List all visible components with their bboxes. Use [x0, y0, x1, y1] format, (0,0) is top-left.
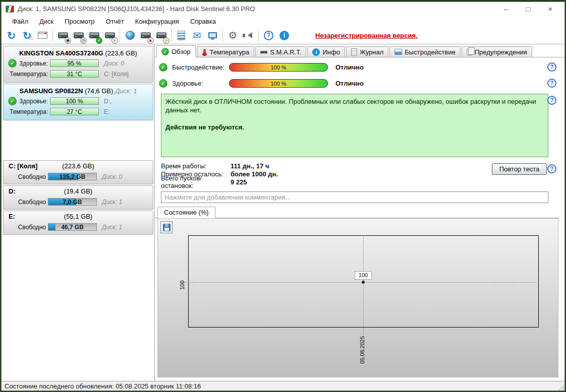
notes-icon[interactable] [174, 28, 189, 43]
report-window-icon[interactable] [35, 28, 50, 43]
sidebar-spacer [2, 121, 154, 160]
health-gauge-row: ✓ Здоровье: 100 % Отлично [159, 78, 364, 88]
chart-x-tick: 05.08.2025 [359, 336, 365, 364]
email-icon[interactable]: ✉ [189, 28, 205, 43]
summary-text: Жёсткий диск в ОТЛИЧНОМ состоянии. Пробл… [165, 97, 544, 114]
toolbar: ↻ ↻⚠ ◉ ◷ ✓ ⌕ ■ ⚡ ✉ ⚙ ? i Незарегистриров… [2, 27, 564, 44]
status-bar: Состояние последнего обновления: 05.08.2… [2, 381, 564, 390]
tab-info[interactable]: iИнфо [307, 46, 345, 57]
drive-name: KINGSTON SA400S37240G [19, 49, 103, 57]
drive-name: SAMSUNG SP0822N [20, 87, 83, 95]
close-button[interactable]: × [539, 5, 561, 13]
minimize-button[interactable]: – [495, 5, 517, 13]
floppy-icon [163, 224, 171, 231]
refresh-warning-icon[interactable]: ↻⚠ [19, 28, 35, 43]
disk-check-icon[interactable]: ✓ [86, 28, 102, 43]
tab-log[interactable]: Журнал [346, 46, 388, 57]
health-bar: 100 % [50, 97, 99, 105]
network-icon[interactable] [205, 28, 220, 43]
info-icon: i [312, 48, 320, 56]
smart-icon [260, 51, 267, 53]
free-label: Свободно [7, 224, 46, 231]
status-chart-tab[interactable]: Состояние (%) [157, 207, 215, 218]
chart-icon [394, 49, 402, 55]
tab-bar: ✓Обзор Температура S.M.A.R.T. iИнфо Журн… [155, 45, 564, 57]
tab-alerts[interactable]: Предупреждения [462, 46, 532, 57]
performance-gauge-bar: 100 % [229, 63, 328, 72]
app-icon [6, 6, 14, 13]
drive-letters: C: [Коля] [104, 71, 129, 78]
menu-disk[interactable]: Диск [34, 17, 59, 26]
drive-panel-samsung[interactable]: SAMSUNG SP0822N (74,6 GB) Диск: 1 ✓ Здор… [3, 84, 153, 120]
disk-number: Диск: 1 [102, 199, 122, 206]
free-label: Свободно [7, 199, 46, 206]
free-space-bar: 46,7 GB [48, 223, 97, 231]
start-stop-count-row: Всего пусков/остановок: 9 225 [161, 178, 247, 186]
info-icon[interactable]: i [276, 28, 292, 43]
settings-gear-icon[interactable]: ⚙ [225, 28, 241, 43]
help-icon[interactable]: ? [547, 79, 556, 88]
drive-letters: E: [104, 108, 109, 115]
help-icon[interactable]: ? [547, 96, 556, 105]
document-icon [351, 48, 357, 56]
comment-input[interactable] [161, 191, 548, 203]
disk-clock-icon[interactable]: ◷ [71, 28, 86, 43]
tab-smart[interactable]: S.M.A.R.T. [255, 46, 306, 57]
chart-data-point [362, 281, 365, 284]
help-icon[interactable]: ? [547, 62, 556, 72]
power-on-time-row: Время работы: 111 дн., 17 ч [161, 162, 269, 170]
save-chart-button[interactable] [160, 221, 173, 233]
toolbar-separator [222, 29, 223, 42]
menu-help[interactable]: Справка [185, 17, 221, 26]
unregistered-version-link[interactable]: Незарегистрированная версия. [315, 32, 418, 39]
partition-panel-e[interactable]: E: (55,1 GB) Свободно 46,7 GB Диск: 1 [3, 211, 153, 235]
help-icon[interactable]: ? [547, 164, 556, 173]
toolbar-separator [258, 29, 259, 42]
health-label: Здоровье: [172, 80, 229, 87]
disk-plug-icon[interactable]: ⚡ [153, 28, 169, 43]
disk-performance-icon[interactable]: ◉ [55, 28, 71, 43]
partition-panel-c[interactable]: C: [Коля] (223,6 GB) Свободно 135,2 GB Д… [3, 160, 153, 184]
help-icon[interactable]: ? [261, 28, 276, 43]
partition-size: (19,4 GB) [7, 187, 150, 195]
chart-crosshair-horizontal [182, 282, 539, 283]
maximize-button[interactable]: □ [517, 5, 539, 13]
sounds-speaker-icon[interactable] [241, 28, 256, 43]
drive-size: (223,6 GB) [103, 49, 137, 57]
disk-number: Диск: 0 [104, 60, 124, 67]
partition-panel-d[interactable]: D: (19,4 GB) Свободно 7,0 GB Диск: 1 [3, 185, 153, 210]
disk-hardware-icon[interactable]: ■ [138, 28, 153, 43]
refresh-icon[interactable]: ↻ [4, 28, 19, 43]
health-ok-icon: ✓ [8, 97, 17, 105]
drive-panel-kingston[interactable]: KINGSTON SA400S37240G (223,6 GB) ✓ Здоро… [3, 46, 153, 83]
free-space-bar: 135,2 GB [48, 173, 97, 180]
free-space-bar: 7,0 GB [48, 198, 97, 206]
menu-view[interactable]: Просмотр [59, 17, 100, 26]
resize-grip[interactable] [557, 383, 564, 390]
main-panel: ✓Обзор Температура S.M.A.R.T. iИнфо Журн… [155, 44, 564, 381]
temperature-bar: 31 °C [50, 70, 99, 78]
drive-size: (74,6 GB) [83, 87, 115, 95]
disk-number: Диск: 1 [115, 87, 137, 95]
health-bar: 95 % [50, 59, 99, 67]
menu-file[interactable]: Файл [7, 17, 34, 26]
tab-performance[interactable]: Быстродействие [389, 46, 460, 57]
tab-temperature[interactable]: Температура [197, 46, 255, 57]
network-disk-icon[interactable] [122, 28, 138, 43]
tab-overview[interactable]: ✓Обзор [156, 45, 196, 57]
disk-search-icon[interactable]: ⌕ [102, 28, 118, 43]
toolbar-separator [120, 29, 120, 42]
health-gauge-bar: 100 % [229, 79, 328, 88]
free-space-value: 7,0 GB [48, 199, 96, 205]
health-summary-box: Жёсткий диск в ОТЛИЧНОМ состоянии. Пробл… [161, 94, 548, 157]
chart-point-label: 100 [355, 271, 372, 280]
last-update-status: Состояние последнего обновления: 05.08.2… [2, 382, 201, 390]
menu-report[interactable]: Отчёт [100, 17, 130, 26]
free-space-value: 46,7 GB [48, 224, 96, 230]
performance-gauge-row: ✓ Быстродействие: 100 % Отлично [159, 62, 364, 72]
retest-button[interactable]: Повтор теста [492, 163, 547, 175]
toolbar-separator [171, 29, 172, 42]
temperature-label: Температура: [6, 71, 48, 78]
menu-configuration[interactable]: Конфигурация [130, 17, 185, 26]
temperature-bar: 27 °C [50, 108, 99, 115]
